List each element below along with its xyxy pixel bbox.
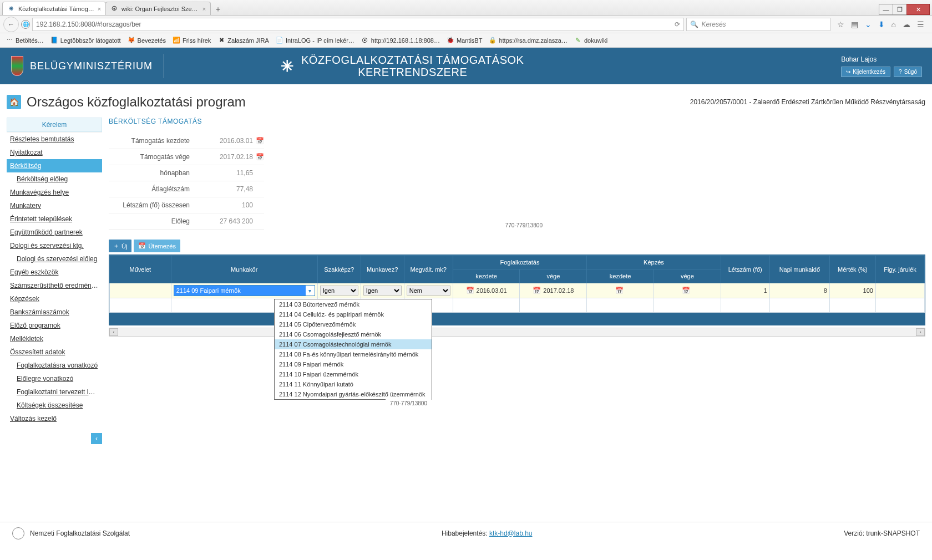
sidebar-item[interactable]: Dologi és szervezési ktg. [7,239,102,252]
job-combobox[interactable]: 2114 09 Faipari mérnök ▾ [174,285,315,296]
bookmark-item[interactable]: 📶Friss hírek [170,35,213,45]
sidebar-item[interactable]: Előlegre vonatkozó [7,372,102,385]
col-contrib[interactable]: Figy. járulék [875,256,924,283]
sidebar-item[interactable]: Dologi és szervezési előleg [7,252,102,266]
sidebar-item[interactable]: Munkavégzés helye [7,186,102,199]
bookmark-item[interactable]: ✎dokuwiki [572,35,610,45]
sidebar-item[interactable]: Előző programok [7,319,102,332]
cell-count[interactable]: 1 [721,283,769,298]
dropdown-option[interactable]: 2114 08 Fa-és könnyűipari termelésirányí… [275,349,432,359]
dropdown-option[interactable]: 2114 07 Csomagolástechnológiai mérnök [275,339,432,349]
calendar-icon[interactable]: 📅 [256,153,264,161]
chat-icon[interactable]: ☁ [903,20,910,29]
calendar-icon[interactable]: 📅 [466,287,474,294]
sidebar-item[interactable]: Foglalkoztatni tervezett lét… [7,385,102,399]
bookmark-item[interactable]: 🦊Bevezetés [125,35,168,45]
col-emp-start[interactable]: kezdete [453,269,520,283]
cell-contrib[interactable] [875,283,924,298]
home-button[interactable]: 🏠 [7,95,21,109]
home-icon[interactable]: ⌂ [892,20,896,29]
col-op[interactable]: Művelet [110,256,171,283]
bookmark-item[interactable]: ⦿http://192.168.1.18:808… [359,35,442,45]
calendar-icon[interactable]: 📅 [256,137,264,145]
col-emp-end[interactable]: vége [520,269,587,283]
scroll-left-button[interactable]: ‹ [109,328,118,336]
close-window-button[interactable]: ✕ [906,4,930,15]
new-row-button[interactable]: ＋Új [109,240,131,252]
sidebar-item[interactable]: Munkaterv [7,199,102,212]
search-box[interactable]: 🔍 Keresés [686,18,830,31]
sidebar-item[interactable]: Bankszámlaszámok [7,306,102,319]
bookmark-star-icon[interactable]: ☆ [837,20,844,29]
maximize-button[interactable]: ❐ [893,4,907,15]
browser-tab-inactive[interactable]: ⦿ wiki: Organ Fejlesztoi Szer… × [105,2,211,15]
sidebar-item[interactable]: Foglalkoztatásra vonatkozó [7,359,102,372]
job-dropdown-list[interactable]: 2114 03 Bútortervező mérnök2114 04 Cellu… [274,299,432,400]
sidebar-item[interactable]: Egyéb eszközök [7,266,102,279]
downloads-icon[interactable]: ⬇ [878,20,885,29]
bookmark-item[interactable]: 📄IntraLOG - IP cím lekér… [273,35,357,45]
address-bar[interactable]: 192.168.2.150:8080/#!orszagos/ber ⟳ [32,18,684,31]
scroll-right-button[interactable]: › [916,328,925,336]
disabled-select[interactable]: Nem [407,286,450,296]
col-hours[interactable]: Napi munkaidő [769,256,829,283]
sidebar-item[interactable]: Mellékletek [7,332,102,345]
skilled-select[interactable]: Igen [320,286,358,296]
calendar-icon[interactable]: 📅 [533,287,541,294]
calendar-icon[interactable]: 📅 [615,287,624,294]
help-button[interactable]: ?Súgó [894,67,922,77]
sidebar-item[interactable]: Érintetett települések [7,212,102,226]
sidebar-item[interactable]: Nyilatkozat [7,146,102,159]
col-percent[interactable]: Mérték (%) [829,256,875,283]
col-leader[interactable]: Munkavez? [361,256,404,283]
logout-button[interactable]: ↪Kijelentkezés [841,67,890,77]
sidebar-item[interactable]: Összesített adatok [7,345,102,359]
bookmark-item[interactable]: ⋯Betöltés… [3,35,46,45]
close-icon[interactable]: × [98,6,101,12]
col-count[interactable]: Létszám (fő) [721,256,769,283]
bookmark-item[interactable]: ✖Zalaszám JIRA [215,35,271,45]
cell-job[interactable]: 2114 09 Faipari mérnök ▾ [171,283,317,298]
dropdown-option[interactable]: 2114 05 Cipőtervezőmérnök [275,319,432,329]
cell-leader[interactable]: Igen [361,283,404,298]
sidebar-item[interactable]: Képzések [7,292,102,306]
bookmark-item[interactable]: 📘Legtöbbször látogatott [48,35,123,45]
reader-icon[interactable]: ▤ [851,20,858,29]
col-disabled[interactable]: Megvált. mk? [404,256,453,283]
cell-hours[interactable]: 8 [769,283,829,298]
cell-op[interactable] [110,283,171,298]
menu-icon[interactable]: ☰ [917,20,924,29]
site-identity-icon[interactable]: 🌐 [21,20,30,29]
dropdown-option[interactable]: 2114 11 Könnyűipari kutató [275,379,432,389]
dropdown-option[interactable]: 2114 04 Cellulóz- és papíripari mérnök [275,309,432,319]
minimize-button[interactable]: — [879,4,893,15]
grid-horizontal-scrollbar[interactable]: ‹ › [109,328,925,337]
sidebar-item[interactable]: Költségek összesítése [7,399,102,412]
col-skilled[interactable]: Szakképz? [317,256,361,283]
calendar-icon[interactable]: 📅 [682,287,690,294]
chevron-down-icon[interactable]: ▾ [306,288,315,294]
reload-icon[interactable]: ⟳ [675,21,680,28]
bookmark-item[interactable]: 🐞MantisBT [444,35,484,45]
pocket-icon[interactable]: ⌄ [865,20,872,29]
cell-emp-start[interactable]: 📅2016.03.01 [453,283,520,298]
sidebar-item[interactable]: Részletes bemtutatás [7,133,102,146]
cell-skilled[interactable]: Igen [317,283,361,298]
back-button[interactable]: ← [3,17,19,32]
dropdown-option[interactable]: 2114 09 Faipari mérnök [275,359,432,369]
cell-train-end[interactable]: 📅 [654,283,721,298]
cell-emp-end[interactable]: 📅2017.02.18 [520,283,587,298]
col-train-end[interactable]: vége [654,269,721,283]
leader-select[interactable]: Igen [363,286,402,296]
browser-tab-active[interactable]: ✳ Közfoglalkoztatási Támog… × [2,2,106,15]
dropdown-option[interactable]: 2114 03 Bútortervező mérnök [275,299,432,309]
sidebar-item[interactable]: Számszerűsíthető eredmény… [7,279,102,292]
col-train-start[interactable]: kezdete [587,269,654,283]
cell-disabled[interactable]: Nem [404,283,453,298]
dropdown-option[interactable]: 2114 10 Faipari üzemmérnök [275,369,432,379]
col-job[interactable]: Munkakör [171,256,317,283]
sidebar-pager-prev[interactable]: ‹ [91,433,102,444]
dropdown-option[interactable]: 2114 12 Nyomdaipari gyártás-előkészítő ü… [275,389,432,399]
bug-report-link[interactable]: ktk-hd@lab.hu [489,530,533,537]
sidebar-item[interactable]: Változás kezelő [7,412,102,425]
